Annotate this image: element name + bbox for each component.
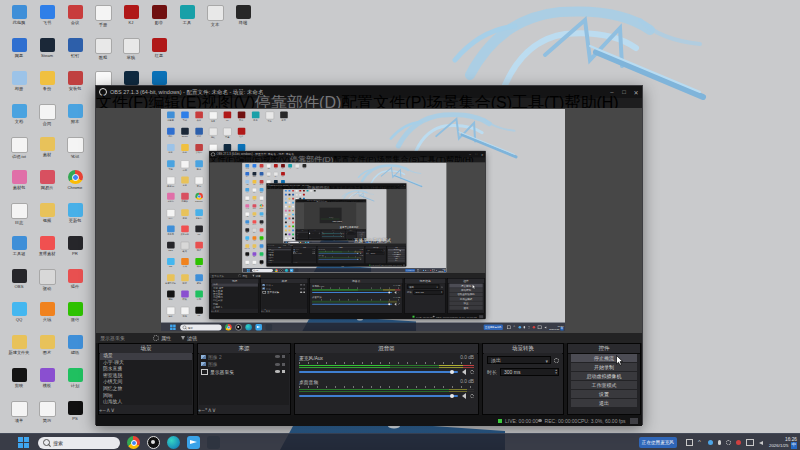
desktop-icon-label: 日志: [6, 220, 32, 225]
会议-icon: [68, 5, 83, 19]
desktop-icon[interactable]: 文档: [6, 104, 32, 134]
desktop-icon[interactable]: 素材包: [6, 170, 32, 200]
desktop-icon[interactable]: 剪映: [6, 368, 32, 398]
desktop-icon[interactable]: KJ: [118, 5, 144, 35]
source-list-item[interactable]: 显示器采集: [199, 368, 289, 376]
desktop-icon[interactable]: 文本: [202, 5, 228, 35]
终端-icon: [236, 5, 251, 19]
desktop-icon[interactable]: 直播素材: [34, 236, 60, 266]
desktop-icon[interactable]: 终端: [230, 5, 256, 35]
volume-slider[interactable]: [299, 395, 458, 397]
desktop-icon[interactable]: 手册: [90, 5, 116, 35]
desktop-icon[interactable]: 简历: [34, 401, 60, 431]
search-input[interactable]: 搜索: [38, 437, 120, 449]
scene-list-item[interactable]: 场景: [100, 353, 192, 360]
desktop-icon[interactable]: Chrome: [62, 170, 88, 200]
ime-badge[interactable]: 中: [791, 442, 798, 449]
desktop-icon[interactable]: 网易云: [34, 170, 60, 200]
desktop-icon-label: 终端: [230, 20, 256, 25]
desktop-icon-label: 会议: [62, 20, 88, 25]
image-source-icon: [201, 362, 206, 366]
desktop-icon[interactable]: 壁纸: [62, 335, 88, 365]
desktop-icon[interactable]: 合同: [34, 104, 60, 134]
desktop-icon[interactable]: 更新包: [62, 203, 88, 233]
network-status-icon: [630, 418, 638, 424]
desktop-icon[interactable]: 钉钉: [62, 38, 88, 68]
desktop-icon[interactable]: 日志: [6, 203, 32, 233]
scene-list-item[interactable]: 回响: [100, 393, 192, 400]
desktop-icon[interactable]: 驱动: [34, 269, 60, 299]
desktop-icon[interactable]: PS: [62, 401, 88, 431]
start-square: [18, 437, 23, 442]
mic-in-use-badge[interactable]: 正在使用麦克风: [639, 437, 677, 448]
volume-slider-knob[interactable]: [450, 370, 454, 374]
desktop-icon[interactable]: 微信: [62, 302, 88, 332]
desktop-icon[interactable]: 计划: [62, 368, 88, 398]
desktop-icon[interactable]: 会议: [62, 5, 88, 35]
desktop-icon[interactable]: OBS: [6, 269, 32, 299]
messenger-taskbar-icon[interactable]: [187, 436, 200, 449]
start-square: [18, 443, 23, 448]
desktop-icon[interactable]: 火绒: [34, 302, 60, 332]
desktop-icon[interactable]: 影音: [146, 5, 172, 35]
scene-list-item[interactable]: 回忆之旅: [100, 386, 192, 393]
desktop-icon[interactable]: 工具箱: [6, 236, 32, 266]
desktop-icon[interactable]: 图片: [34, 335, 60, 365]
filters-button[interactable]: 滤镜: [187, 335, 197, 341]
desktop-icon[interactable]: Steam: [34, 38, 60, 68]
edge-taskbar-icon[interactable]: [167, 436, 180, 449]
source-list-item[interactable]: 图像: [199, 361, 289, 369]
desktop-icon[interactable]: 备份: [34, 71, 60, 101]
desktop-icon[interactable]: 教程: [90, 38, 116, 68]
desktop-icon[interactable]: QQ: [6, 302, 32, 332]
close-button[interactable]: ✕: [630, 89, 642, 96]
desktop-icon[interactable]: 模板: [34, 368, 60, 398]
desktop-icon[interactable]: 相册: [6, 71, 32, 101]
desktop-icon-label: 笔记: [62, 154, 88, 159]
scene-list-item[interactable]: 防水直播: [100, 366, 192, 373]
stop-streaming-button[interactable]: 停止推流: [571, 354, 637, 362]
desktop-icon[interactable]: 草稿: [118, 38, 144, 68]
duration-spinbox[interactable]: 300 ms▴▾: [500, 368, 559, 376]
taskbar-clock[interactable]: 16:262026/1/25中: [769, 437, 797, 449]
maximize-button[interactable]: □: [618, 89, 630, 95]
volume-slider[interactable]: [299, 371, 458, 373]
desktop-icon[interactable]: 清单: [6, 401, 32, 431]
chrome-taskbar-icon[interactable]: [127, 436, 140, 449]
studio-mode-button[interactable]: 工作室模式: [571, 381, 637, 389]
desktop-icon[interactable]: 此电脑: [6, 5, 32, 35]
scene-list-item[interactable]: 小镇无间: [100, 379, 192, 386]
scene-list-item[interactable]: 小宇·聊天: [100, 360, 192, 367]
desktop-icon[interactable]: 插件: [62, 269, 88, 299]
app-taskbar-icon[interactable]: [207, 436, 220, 449]
move-scene-down-button[interactable]: ∨: [110, 406, 114, 413]
exit-button[interactable]: 退出: [571, 399, 637, 407]
desktop-icon[interactable]: 说明.txt: [6, 137, 32, 167]
transition-select[interactable]: 淡出▾: [487, 356, 551, 364]
scene-list-item[interactable]: 密室逃脱: [100, 373, 192, 380]
cpu-fps-stats: CPU: 3.0%, 60.00 fps: [577, 418, 625, 424]
move-source-down-button[interactable]: ∨: [212, 406, 216, 413]
spin-arrows[interactable]: ▴▾: [555, 369, 557, 376]
desktop-icon[interactable]: 飞书: [34, 5, 60, 35]
desktop-icon[interactable]: 笔记: [62, 137, 88, 167]
desktop-icon[interactable]: 安装包: [62, 71, 88, 101]
desktop-icon[interactable]: 视频: [34, 203, 60, 233]
desktop-icon[interactable]: 工具: [174, 5, 200, 35]
desktop-icon[interactable]: 网盘: [6, 38, 32, 68]
volume-slider-row: [299, 369, 474, 375]
start-recording-button[interactable]: 开始录制: [571, 363, 637, 371]
desktop-icon[interactable]: 素材: [34, 137, 60, 167]
obs-taskbar-icon[interactable]: [147, 436, 160, 449]
start-virtual-camera-button[interactable]: 启动虚拟摄像机: [571, 372, 637, 380]
source-list-item[interactable]: 图像 2: [199, 353, 289, 361]
desktop-icon[interactable]: PR: [62, 236, 88, 266]
volume-slider-knob[interactable]: [450, 394, 454, 398]
desktop-icon[interactable]: 新建文件夹: [6, 335, 32, 365]
desktop-icon[interactable]: 红盘: [146, 38, 172, 68]
desktop-icon-label: 手册: [90, 22, 116, 27]
start-button[interactable]: [18, 437, 30, 449]
properties-button[interactable]: 属性: [161, 335, 171, 341]
desktop-icon[interactable]: 脚本: [62, 104, 88, 134]
settings-button[interactable]: 设置: [571, 390, 637, 398]
